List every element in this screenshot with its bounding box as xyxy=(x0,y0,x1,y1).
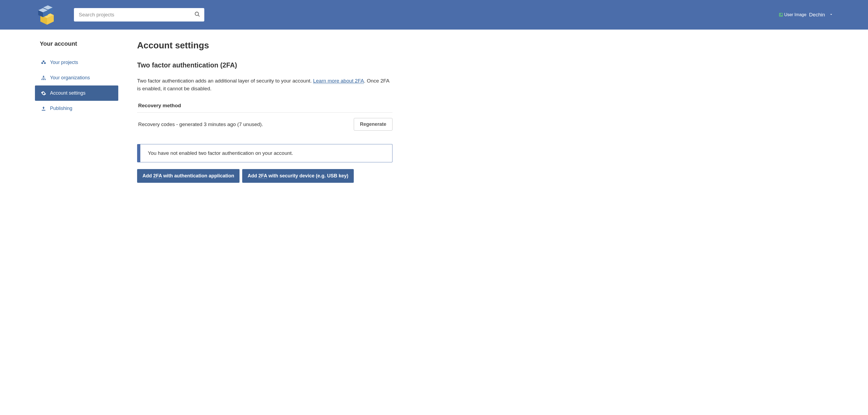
regenerate-button[interactable]: Regenerate xyxy=(354,118,393,131)
boxes-icon xyxy=(41,60,46,65)
sidebar-title: Your account xyxy=(35,40,118,47)
sidebar-item-organizations[interactable]: Your organizations xyxy=(35,70,118,86)
svg-line-10 xyxy=(198,15,200,17)
svg-point-16 xyxy=(44,79,46,80)
sidebar: Your account Your projects Your organiza… xyxy=(35,40,118,183)
sidebar-item-label: Account settings xyxy=(50,90,86,96)
section-description: Two factor authentication adds an additi… xyxy=(137,77,393,92)
search-form xyxy=(74,8,204,22)
search-input[interactable] xyxy=(74,8,204,22)
page-title: Account settings xyxy=(137,40,393,51)
svg-point-9 xyxy=(195,12,199,15)
sitemap-icon xyxy=(41,75,46,81)
sidebar-item-label: Your projects xyxy=(50,60,78,65)
recovery-codes-text: Recovery codes - generated 3 minutes ago… xyxy=(137,122,263,127)
btn-text: with security device (e.g. USB key) xyxy=(267,173,348,179)
user-avatar: User Image xyxy=(779,12,806,17)
btn-text: with authentication application xyxy=(162,173,234,179)
svg-point-13 xyxy=(43,75,44,77)
add-2fa-app-button[interactable]: Add 2FA with authentication application xyxy=(137,169,240,183)
alert-2fa-not-enabled: You have not enabled two factor authenti… xyxy=(137,144,393,162)
2fa-button-row: Add 2FA with authentication application … xyxy=(137,169,393,183)
upload-icon xyxy=(41,106,46,111)
site-logo[interactable] xyxy=(35,5,59,25)
search-icon[interactable] xyxy=(194,11,200,18)
main-content: Account settings Two factor authenticati… xyxy=(137,40,393,183)
svg-point-14 xyxy=(41,79,42,80)
gear-icon xyxy=(41,91,46,96)
learn-more-link[interactable]: Learn more about 2FA xyxy=(313,78,364,84)
username: Dechin xyxy=(809,12,825,18)
btn-text: Add xyxy=(248,173,258,179)
section-title: Two factor authentication (2FA) xyxy=(137,61,393,69)
alert-text: You have not enabled two factor authenti… xyxy=(148,150,293,156)
abbr-2fa: 2FA xyxy=(258,173,267,179)
svg-point-15 xyxy=(43,79,44,80)
sidebar-item-label: Your organizations xyxy=(50,75,90,81)
user-image-alt: User Image xyxy=(784,12,806,17)
header: User Image Dechin xyxy=(0,0,868,30)
desc-text-1: Two factor authentication adds an additi… xyxy=(137,78,313,84)
sidebar-item-account-settings[interactable]: Account settings xyxy=(35,86,118,101)
recovery-heading: Recovery method xyxy=(137,100,393,113)
btn-text: Add xyxy=(143,173,153,179)
abbr-2fa: 2FA xyxy=(153,173,162,179)
svg-point-12 xyxy=(780,14,781,14)
sidebar-item-publishing[interactable]: Publishing xyxy=(35,101,118,116)
recovery-row: Recovery codes - generated 3 minutes ago… xyxy=(137,118,393,131)
sidebar-item-projects[interactable]: Your projects xyxy=(35,55,118,70)
add-2fa-device-button[interactable]: Add 2FA with security device (e.g. USB k… xyxy=(242,169,353,183)
page-body: Your account Your projects Your organiza… xyxy=(0,30,868,194)
sidebar-item-label: Publishing xyxy=(50,106,72,111)
user-menu[interactable]: User Image Dechin xyxy=(779,12,833,18)
caret-down-icon xyxy=(829,12,833,18)
